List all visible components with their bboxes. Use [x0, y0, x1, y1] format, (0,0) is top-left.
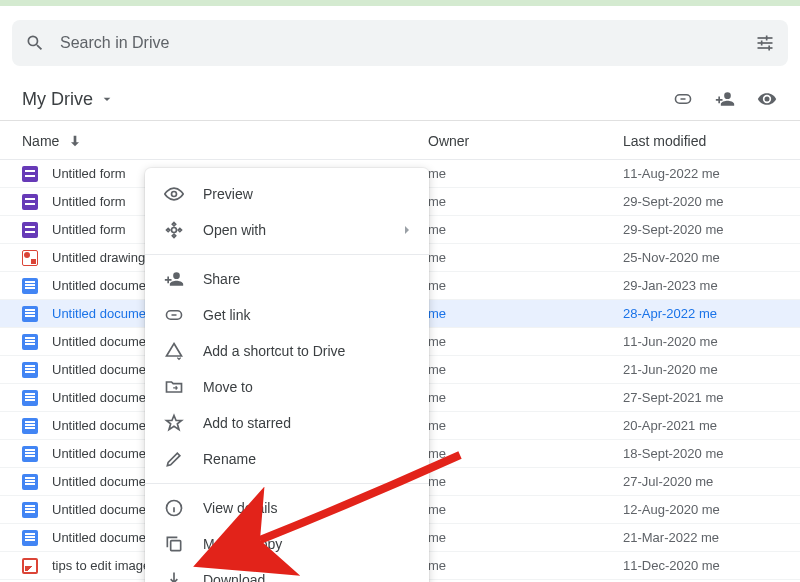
person-add-icon: [163, 268, 185, 290]
info-icon: [163, 497, 185, 519]
doc-file-icon: [22, 306, 38, 322]
file-modified: 27-Sept-2021 me: [623, 390, 778, 405]
file-owner: me: [428, 474, 623, 489]
file-owner: me: [428, 390, 623, 405]
menu-add-starred[interactable]: Add to starred: [145, 405, 429, 441]
svg-rect-2: [758, 47, 773, 49]
file-name: Untitled document: [52, 362, 157, 377]
svg-rect-5: [768, 46, 770, 51]
menu-download[interactable]: Download: [145, 562, 429, 582]
menu-move-to[interactable]: Move to: [145, 369, 429, 405]
svg-rect-4: [761, 41, 763, 46]
file-modified: 25-Nov-2020 me: [623, 250, 778, 265]
col-modified-label: Last modified: [623, 133, 706, 149]
svg-rect-9: [171, 541, 181, 551]
menu-label: View details: [203, 500, 277, 516]
file-modified: 28-Apr-2022 me: [623, 306, 778, 321]
doc-file-icon: [22, 334, 38, 350]
open-with-icon: [163, 219, 185, 241]
eye-icon: [163, 183, 185, 205]
svg-rect-3: [766, 36, 768, 41]
menu-get-link[interactable]: Get link: [145, 297, 429, 333]
svg-rect-1: [758, 42, 773, 44]
file-owner: me: [428, 306, 623, 321]
menu-label: Add a shortcut to Drive: [203, 343, 345, 359]
copy-icon: [163, 533, 185, 555]
search-bar[interactable]: Search in Drive: [12, 20, 788, 66]
arrow-down-icon: [67, 133, 83, 149]
file-modified: 29-Sept-2020 me: [623, 222, 778, 237]
file-owner: me: [428, 502, 623, 517]
file-name: Untitled form: [52, 194, 126, 209]
doc-file-icon: [22, 530, 38, 546]
menu-label: Rename: [203, 451, 256, 467]
doc-file-icon: [22, 390, 38, 406]
file-name: Untitled document: [52, 530, 157, 545]
breadcrumb-label: My Drive: [22, 89, 93, 110]
menu-make-copy[interactable]: Make a copy: [145, 526, 429, 562]
pencil-icon: [163, 448, 185, 470]
chevron-right-icon: [399, 222, 415, 238]
menu-open-with[interactable]: Open with: [145, 212, 429, 248]
file-owner: me: [428, 222, 623, 237]
toolbar-actions: [672, 88, 778, 110]
doc-file-icon: [22, 418, 38, 434]
form-file-icon: [22, 166, 38, 182]
file-modified: 21-Mar-2022 me: [623, 530, 778, 545]
menu-separator: [145, 254, 429, 255]
file-modified: 11-Dec-2020 me: [623, 558, 778, 573]
search-icon: [24, 32, 46, 54]
file-owner: me: [428, 194, 623, 209]
link-icon[interactable]: [672, 88, 694, 110]
file-name: Untitled form: [52, 222, 126, 237]
file-name: Untitled document: [52, 474, 157, 489]
file-modified: 11-Jun-2020 me: [623, 334, 778, 349]
file-name: Untitled document: [52, 446, 157, 461]
file-name: Untitled document: [52, 278, 157, 293]
svg-point-6: [172, 192, 177, 197]
menu-label: Move to: [203, 379, 253, 395]
file-owner: me: [428, 418, 623, 433]
file-owner: me: [428, 278, 623, 293]
col-name-header[interactable]: Name: [22, 133, 428, 149]
menu-view-details[interactable]: View details: [145, 490, 429, 526]
menu-rename[interactable]: Rename: [145, 441, 429, 477]
person-add-icon[interactable]: [714, 88, 736, 110]
tune-icon[interactable]: [754, 32, 776, 54]
file-modified: 21-Jun-2020 me: [623, 362, 778, 377]
doc-file-icon: [22, 502, 38, 518]
col-owner-header[interactable]: Owner: [428, 133, 623, 149]
breadcrumb[interactable]: My Drive: [22, 89, 115, 110]
menu-label: Share: [203, 271, 240, 287]
col-name-label: Name: [22, 133, 59, 149]
eye-icon[interactable]: [756, 88, 778, 110]
menu-label: Get link: [203, 307, 250, 323]
file-modified: 29-Sept-2020 me: [623, 194, 778, 209]
doc-file-icon: [22, 278, 38, 294]
file-name: Untitled form: [52, 166, 126, 181]
doc-file-icon: [22, 362, 38, 378]
form-file-icon: [22, 194, 38, 210]
file-name: Untitled document: [52, 502, 157, 517]
file-modified: 12-Aug-2020 me: [623, 502, 778, 517]
download-icon: [163, 569, 185, 582]
doc-file-icon: [22, 446, 38, 462]
menu-add-shortcut[interactable]: Add a shortcut to Drive: [145, 333, 429, 369]
doc-file-icon: [22, 474, 38, 490]
file-modified: 29-Jan-2023 me: [623, 278, 778, 293]
context-menu: Preview Open with Share Get link Add a s…: [145, 168, 429, 582]
search-placeholder: Search in Drive: [60, 34, 754, 52]
menu-separator: [145, 483, 429, 484]
menu-label: Download: [203, 572, 265, 582]
menu-share[interactable]: Share: [145, 261, 429, 297]
file-modified: 27-Jul-2020 me: [623, 474, 778, 489]
column-headers: Name Owner Last modified: [0, 121, 800, 160]
menu-preview[interactable]: Preview: [145, 176, 429, 212]
svg-rect-0: [758, 37, 773, 39]
file-owner: me: [428, 166, 623, 181]
file-name: Untitled document: [52, 334, 157, 349]
file-name: Untitled document: [52, 390, 157, 405]
col-modified-header[interactable]: Last modified: [623, 133, 778, 149]
link-icon: [163, 304, 185, 326]
file-owner: me: [428, 558, 623, 573]
